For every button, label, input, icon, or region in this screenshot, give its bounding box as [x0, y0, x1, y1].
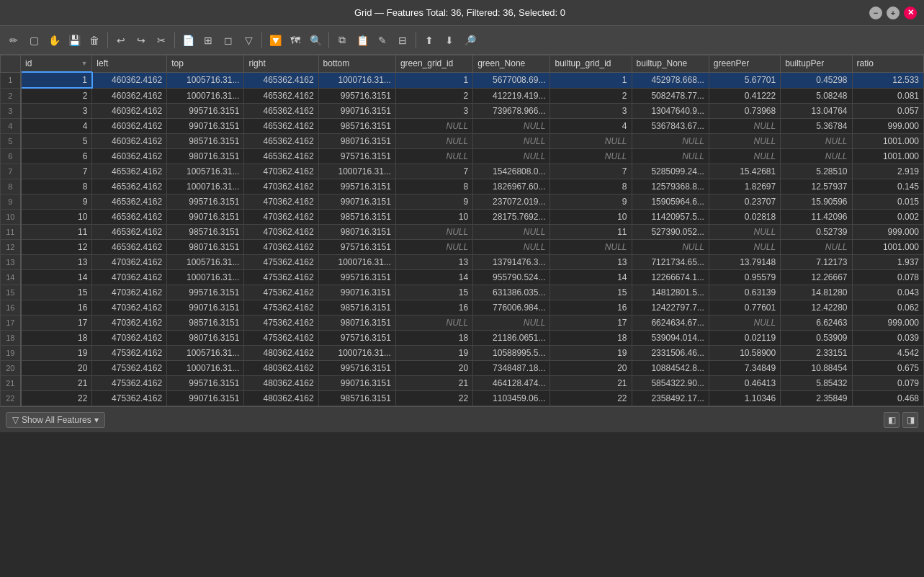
col-header-left[interactable]: left [92, 55, 167, 73]
cell-top: 985716.3151 [167, 134, 244, 149]
cell-left: 465362.4162 [92, 194, 167, 210]
minimize-button[interactable]: − [869, 6, 882, 19]
edit2-button[interactable]: ✎ [373, 31, 392, 50]
col-header-builtup-none[interactable]: builtup_None [632, 55, 709, 73]
panel-left-button[interactable]: ◧ [884, 412, 900, 428]
table-row[interactable]: 2222475362.4162990716.3151480362.4162985… [1, 391, 924, 406]
cell-builtup_none: NULL [632, 134, 709, 149]
table-row[interactable]: 1313470362.41621005716.31...475362.41621… [1, 255, 924, 270]
redo-button[interactable]: ↪ [132, 31, 151, 50]
export-button[interactable]: ⬆ [420, 31, 439, 50]
cell-green_none: 237072.019... [473, 194, 550, 210]
map-button[interactable]: 🗺 [286, 31, 305, 50]
cell-green_grid_id: NULL [395, 316, 472, 331]
table-row[interactable]: 1818470362.4162980716.3151475362.4162975… [1, 331, 924, 346]
cell-builtup_none: 5285099.24... [632, 164, 709, 179]
close-button[interactable]: ✕ [904, 6, 917, 19]
cell-builtup_none: NULL [632, 240, 709, 255]
table-row[interactable]: 2020475362.41621000716.31...480362.41629… [1, 361, 924, 376]
table-row[interactable]: 1616470362.4162990716.3151475362.4162985… [1, 300, 924, 316]
cell-id: 16 [21, 300, 92, 316]
edit-button[interactable]: ✏ [4, 31, 23, 50]
delete-button[interactable]: 🗑 [85, 31, 104, 50]
table-body: 11460362.41621005716.31...465362.4162100… [1, 72, 924, 406]
table-row[interactable]: 1717470362.4162985716.3151475362.4162980… [1, 316, 924, 331]
col-header-green-none[interactable]: green_None [473, 55, 550, 73]
table-row[interactable]: 99465362.4162995716.3151470362.416299071… [1, 194, 924, 210]
table-row[interactable]: 66460362.4162980716.3151465362.416297571… [1, 149, 924, 164]
cell-top: 1005716.31... [167, 346, 244, 361]
filter2-button[interactable]: 🔽 [266, 31, 284, 50]
import-button[interactable]: ⬇ [440, 31, 459, 50]
cell-greenper: 7.34849 [709, 361, 780, 376]
table-row[interactable]: 1111465362.4162985716.3151470362.4162980… [1, 225, 924, 240]
col-header-greenper[interactable]: greenPer [709, 55, 780, 73]
cut-button[interactable]: ✂ [152, 31, 171, 50]
cell-green_none: 1826967.60... [473, 179, 550, 194]
cell-builtup_none: 13047640.9... [632, 104, 709, 119]
col-header-builtup-grid-id[interactable]: builtup_grid_id [550, 55, 632, 73]
col-header-builtup-per[interactable]: builtupPer [781, 55, 852, 73]
zoom-button[interactable]: 🔍 [306, 31, 325, 50]
cell-ratio: 0.015 [852, 194, 923, 210]
row-number: 20 [1, 361, 21, 376]
table-row[interactable]: 77465362.41621005716.31...470362.4162100… [1, 164, 924, 179]
select2-button[interactable]: ◻ [219, 31, 238, 50]
cell-id: 14 [21, 270, 92, 285]
paste-button[interactable]: 📋 [353, 31, 372, 50]
table-row[interactable]: 1919475362.41621005716.31...480362.41621… [1, 346, 924, 361]
cell-bottom: 1000716.31... [318, 72, 395, 88]
filter-button[interactable]: ▽ [239, 31, 258, 50]
table-row[interactable]: 33460362.4162995716.3151465362.416299071… [1, 104, 924, 119]
table-button[interactable]: ⊟ [393, 31, 412, 50]
table-row[interactable]: 1212465362.4162980716.3151470362.4162975… [1, 240, 924, 255]
cell-id: 21 [21, 376, 92, 391]
table-container[interactable]: id ▼ left top right bottom green_grid_id… [0, 55, 924, 406]
col-header-bottom[interactable]: bottom [318, 55, 395, 73]
col-header-top[interactable]: top [167, 55, 244, 73]
cell-left: 465362.4162 [92, 240, 167, 255]
col-header-ratio[interactable]: ratio [852, 55, 923, 73]
table-row[interactable]: 1010465362.4162990716.3151470362.4162985… [1, 210, 924, 225]
select-features-button[interactable]: ▢ [24, 31, 43, 50]
save-button[interactable]: 💾 [65, 31, 84, 50]
cell-green_none: 15426808.0... [473, 164, 550, 179]
cell-left: 470362.4162 [92, 316, 167, 331]
panel-right-button[interactable]: ◨ [902, 412, 918, 428]
cell-builtup_grid_id: 16 [550, 300, 632, 316]
col-header-right[interactable]: right [244, 55, 318, 73]
table-row[interactable]: 88465362.41621000716.31...470362.4162995… [1, 179, 924, 194]
table-row[interactable]: 1414470362.41621000716.31...475362.41629… [1, 270, 924, 285]
cell-id: 22 [21, 391, 92, 406]
cell-green_grid_id: NULL [395, 240, 472, 255]
maximize-button[interactable]: + [887, 6, 900, 19]
pan-button[interactable]: ✋ [45, 31, 63, 50]
show-all-label: Show All Features [22, 415, 91, 425]
cell-top: 980716.3151 [167, 240, 244, 255]
cell-builtup_grid_id: 10 [550, 210, 632, 225]
table-row[interactable]: 11460362.41621005716.31...465362.4162100… [1, 72, 924, 88]
cell-bottom: 980716.3151 [318, 316, 395, 331]
copy-button[interactable]: ⧉ [333, 31, 351, 50]
show-all-features-button[interactable]: ▽ Show All Features ▾ [6, 412, 105, 428]
cell-builtupper: 12.57937 [781, 179, 852, 194]
table-row[interactable]: 55460362.4162985716.3151465362.416298071… [1, 134, 924, 149]
col-header-id[interactable]: id ▼ [21, 55, 92, 73]
cell-right: 475362.4162 [244, 270, 318, 285]
zoom2-button[interactable]: 🔎 [460, 31, 479, 50]
row-number: 7 [1, 164, 21, 179]
table-row[interactable]: 2121475362.4162995716.3151480362.4162990… [1, 376, 924, 391]
table-row[interactable]: 22460362.41621000716.31...465362.4162995… [1, 88, 924, 104]
cell-left: 465362.4162 [92, 225, 167, 240]
table-row[interactable]: 1515470362.4162995716.3151475362.4162990… [1, 285, 924, 300]
grid-button[interactable]: ⊞ [199, 31, 217, 50]
table-row[interactable]: 44460362.4162990716.3151465362.416298571… [1, 119, 924, 134]
cell-ratio: 0.078 [852, 270, 923, 285]
undo-button[interactable]: ↩ [112, 31, 130, 50]
cell-ratio: 0.002 [852, 210, 923, 225]
col-header-green-grid-id[interactable]: green_grid_id [395, 55, 472, 73]
cell-builtupper: 6.62463 [781, 316, 852, 331]
cell-green_none: 1103459.06... [473, 391, 550, 406]
cell-builtupper: 0.45298 [781, 72, 852, 88]
new-button[interactable]: 📄 [179, 31, 197, 50]
